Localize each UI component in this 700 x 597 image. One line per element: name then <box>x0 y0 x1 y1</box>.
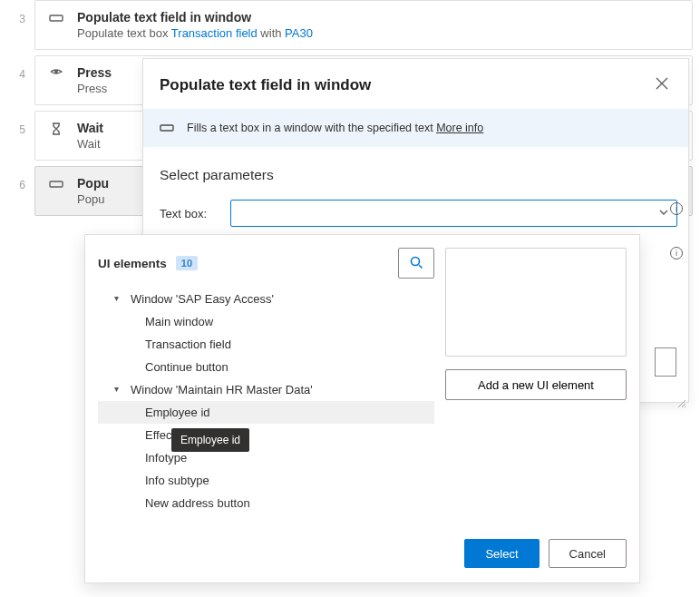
tooltip: Employee id <box>171 428 249 452</box>
textbox-icon <box>48 176 64 192</box>
close-icon <box>656 79 668 93</box>
help-icon[interactable]: i <box>670 202 683 215</box>
tree-leaf[interactable]: New address button <box>98 492 434 514</box>
tree-label: Window 'SAP Easy Access' <box>131 292 274 306</box>
step-title: Populate text field in window <box>77 10 313 24</box>
svg-point-4 <box>412 257 420 265</box>
step-subtitle: Wait <box>77 137 103 151</box>
chevron-down-icon: ▾ <box>114 384 123 394</box>
tree-label: Infotype <box>145 451 187 465</box>
wait-icon <box>48 121 64 137</box>
step-number: 3 <box>4 0 34 25</box>
tree-label: Employee id <box>145 406 210 419</box>
tree-group[interactable]: ▾Window 'Maintain HR Master Data' <box>98 378 434 401</box>
modal-title: Populate text field in window <box>160 76 371 94</box>
textbox-icon <box>160 121 174 135</box>
tree-leaf[interactable]: Main window <box>98 310 434 333</box>
resize-grip-icon <box>676 396 685 406</box>
svg-rect-0 <box>50 15 63 21</box>
tree-leaf[interactable]: Employee id <box>98 401 434 424</box>
step-title: Press <box>77 65 112 80</box>
step-subtitle: Press <box>77 82 112 95</box>
popup-title: UI elements <box>98 257 167 270</box>
param-label: Text box: <box>160 207 230 220</box>
step-card[interactable]: Populate text field in window Populate t… <box>34 0 693 50</box>
tree-label: Info subtype <box>145 474 209 487</box>
textbox-select[interactable] <box>230 200 677 227</box>
select-button[interactable]: Select <box>464 539 539 568</box>
step-number: 4 <box>4 55 34 81</box>
chevron-down-icon <box>658 207 669 220</box>
step-title: Popu <box>77 176 109 191</box>
svg-point-1 <box>55 71 57 73</box>
tree-label: New address button <box>145 496 250 510</box>
svg-rect-2 <box>50 181 63 187</box>
underlying-button <box>655 347 676 377</box>
tree-leaf[interactable]: Infotype <box>98 446 434 469</box>
tree-label: Window 'Maintain HR Master Data' <box>131 383 313 396</box>
tree-leaf[interactable]: Effecti <box>98 424 434 446</box>
ui-elements-popup: UI elements 10 ▾Window 'SAP Easy Access'… <box>84 234 640 583</box>
tree-leaf[interactable]: Info subtype <box>98 469 434 492</box>
step-number: 5 <box>4 111 34 136</box>
search-button[interactable] <box>398 248 434 279</box>
tree-leaf[interactable]: Continue button <box>98 356 434 378</box>
tree-label: Main window <box>145 315 213 328</box>
press-icon <box>48 65 64 82</box>
search-icon <box>409 255 423 272</box>
more-info-link[interactable]: More info <box>436 122 483 134</box>
preview-box <box>445 248 627 357</box>
chevron-down-icon: ▾ <box>114 293 123 303</box>
info-banner: Fills a text box in a window with the sp… <box>143 109 688 147</box>
banner-text: Fills a text box in a window with the sp… <box>187 122 436 134</box>
count-badge: 10 <box>176 256 198 270</box>
step-title: Wait <box>77 121 103 135</box>
step-subtitle: Popu <box>77 192 109 206</box>
textbox-icon <box>48 10 64 26</box>
tree-label: Transaction field <box>145 338 231 351</box>
add-ui-element-button[interactable]: Add a new UI element <box>445 369 627 400</box>
close-button[interactable] <box>652 73 672 96</box>
section-title: Select parameters <box>143 147 688 191</box>
tree-group[interactable]: ▾Window 'SAP Easy Access' <box>98 288 434 310</box>
step-number: 6 <box>4 166 34 191</box>
ui-elements-tree: ▾Window 'SAP Easy Access'Main windowTran… <box>98 288 434 514</box>
tree-leaf[interactable]: Transaction field <box>98 333 434 356</box>
help-icon[interactable]: i <box>670 247 683 259</box>
cancel-button[interactable]: Cancel <box>549 539 627 568</box>
step-subtitle: Populate text box Transaction field with… <box>77 26 313 40</box>
svg-rect-3 <box>160 125 173 131</box>
tree-label: Continue button <box>145 360 228 374</box>
